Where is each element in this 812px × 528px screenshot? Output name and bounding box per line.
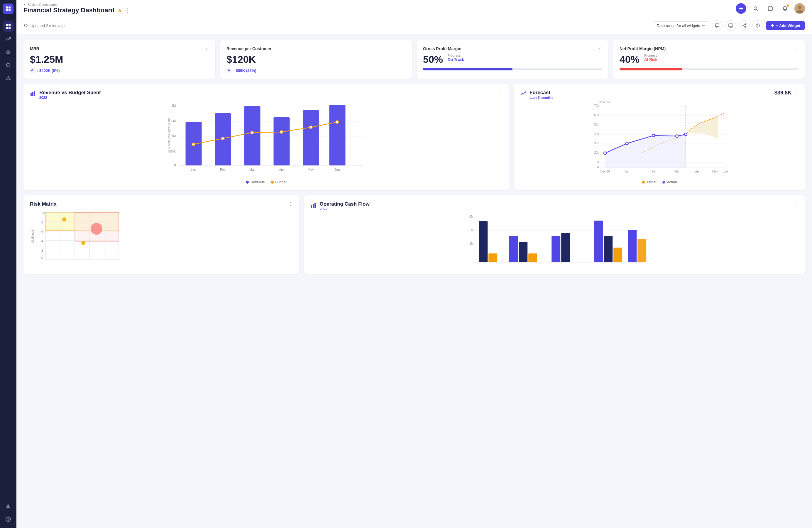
mrr-menu[interactable]: ⋮ <box>204 46 209 51</box>
date-range-button[interactable]: Date range for all widgets <box>653 21 709 30</box>
history-button[interactable] <box>752 20 763 31</box>
svg-point-61 <box>192 143 195 146</box>
forecast-chart-menu[interactable]: ⋮ <box>794 90 798 96</box>
revenue-legend-item: Revenue <box>246 180 265 184</box>
breadcrumb[interactable]: Back to Dashboards <box>24 3 130 6</box>
forecast-title-group: Forecast Last 6 months <box>520 90 553 100</box>
mrr-arrow-icon <box>30 68 34 73</box>
svg-rect-57 <box>244 106 261 165</box>
svg-text:Jun: Jun <box>723 170 727 173</box>
risk-matrix-svg: 10 8 6 4 2 0 <box>38 210 120 263</box>
svg-text:1.5M: 1.5M <box>467 229 474 232</box>
sidebar-item-profile[interactable] <box>3 501 14 512</box>
svg-text:0: 0 <box>41 256 43 260</box>
revenue-chart-title: Revenue vs Budget Spent <box>39 90 101 96</box>
svg-line-12 <box>8 77 10 79</box>
sidebar-item-trends[interactable] <box>3 34 14 45</box>
search-button[interactable] <box>750 3 761 14</box>
kpi-cards-row: MRR ⋮ $1.25M ↑ $400K (8%) Revenue per Cu… <box>24 40 805 78</box>
updated-label: Updated 2 mins ago <box>30 24 64 28</box>
comment-button[interactable] <box>712 20 723 31</box>
svg-text:Jan: Jan <box>625 170 629 173</box>
cash-flow-icon <box>310 202 317 208</box>
svg-text:2M: 2M <box>171 104 176 107</box>
forecast-chart-card: Forecast Last 6 months $39.8K ⋮ 70k 60k … <box>514 84 805 190</box>
gpm-progress-label: Progress <box>448 54 464 57</box>
npm-progress-bar <box>620 68 798 70</box>
avatar[interactable] <box>794 3 805 14</box>
budget-legend-label: Budget <box>275 180 287 184</box>
sidebar-logo[interactable] <box>3 3 14 14</box>
svg-point-14 <box>7 504 9 506</box>
svg-point-94 <box>676 135 678 137</box>
svg-text:30k: 30k <box>594 142 599 145</box>
sidebar-item-refresh[interactable] <box>3 60 14 70</box>
svg-rect-27 <box>729 24 733 27</box>
svg-point-26 <box>798 5 801 9</box>
rpc-menu[interactable]: ⋮ <box>401 46 405 51</box>
target-legend-item: Target <box>642 180 656 184</box>
svg-text:Jun: Jun <box>335 168 340 171</box>
gpm-menu[interactable]: ⋮ <box>597 46 602 51</box>
svg-rect-6 <box>6 27 8 29</box>
sidebar-item-network[interactable] <box>3 73 14 83</box>
bottom-row: Risk Matrix ⋮ Likelihood 10 8 6 4 2 0 <box>24 195 805 274</box>
revenue-chart-menu[interactable]: ⋮ <box>498 90 503 96</box>
present-button[interactable] <box>725 20 736 31</box>
cash-flow-title: Operating Cash Flow <box>320 201 369 207</box>
svg-text:Jan: Jan <box>191 168 196 171</box>
sidebar-item-help[interactable] <box>3 514 14 525</box>
forecast-chart-title: Forecast <box>530 90 553 96</box>
bar-chart-icon <box>30 90 37 97</box>
calendar-button[interactable] <box>765 3 775 14</box>
mrr-value: $1.25M <box>30 54 209 65</box>
gpm-value-row: 50% Progress On Track <box>423 54 602 65</box>
svg-rect-139 <box>479 221 488 262</box>
revenue-legend-dot <box>246 181 249 184</box>
svg-point-125 <box>62 217 66 221</box>
svg-text:2M: 2M <box>469 215 474 218</box>
svg-text:b: b <box>653 173 654 176</box>
header-left: Back to Dashboards Financial Strategy Da… <box>24 3 130 14</box>
npm-progress-label: Progress <box>644 54 657 57</box>
sidebar-item-dashboard[interactable] <box>3 21 14 32</box>
svg-text:60k: 60k <box>594 114 599 117</box>
svg-text:Revenue: Revenue <box>599 101 611 104</box>
revenue-bar-chart-svg: 2M 1.5M 1M 500K 0 Revenue/Budget Spend <box>30 101 503 177</box>
svg-text:Apr: Apr <box>695 170 700 173</box>
svg-text:0: 0 <box>174 163 176 166</box>
svg-rect-0 <box>6 6 8 9</box>
revenue-chart-legend: Revenue Budget <box>30 180 503 184</box>
sidebar-item-layers[interactable] <box>3 47 14 58</box>
rpc-value: $120K <box>227 54 405 65</box>
forecast-chart-header: Forecast Last 6 months $39.8K ⋮ <box>520 90 798 100</box>
svg-rect-129 <box>313 204 314 208</box>
sidebar <box>0 0 16 528</box>
npm-menu[interactable]: ⋮ <box>794 46 798 51</box>
header-right: 1 <box>736 3 805 14</box>
svg-point-66 <box>336 120 339 123</box>
svg-text:Apr: Apr <box>279 168 284 171</box>
share-button[interactable] <box>739 20 750 31</box>
add-button[interactable] <box>736 3 746 14</box>
svg-rect-140 <box>489 253 497 262</box>
risk-matrix-menu[interactable]: ⋮ <box>288 201 293 207</box>
svg-text:6: 6 <box>41 230 43 234</box>
gpm-progress-fill <box>423 68 512 70</box>
mrr-change: ↑ $400K (8%) <box>30 68 209 73</box>
main-area: Back to Dashboards Financial Strategy Da… <box>16 0 812 528</box>
svg-point-31 <box>742 25 743 26</box>
cash-flow-menu[interactable]: ⋮ <box>794 201 798 207</box>
svg-text:40k: 40k <box>594 132 599 135</box>
svg-rect-4 <box>6 24 8 26</box>
svg-text:Dec 20: Dec 20 <box>600 170 610 173</box>
svg-point-127 <box>91 223 102 235</box>
add-widget-button[interactable]: + Add Widget <box>766 21 805 30</box>
favorite-star[interactable]: ★ <box>118 8 122 13</box>
npm-value-row: 40% Progress At Risk <box>620 54 798 65</box>
kpi-card-rpc: Revenue per Customer ⋮ $120K ↑ $85K (25%… <box>220 40 412 78</box>
notification-button[interactable]: 1 <box>780 3 790 14</box>
options-icon[interactable]: ⋮ <box>125 7 130 14</box>
risk-matrix-card: Risk Matrix ⋮ Likelihood 10 8 6 4 2 0 <box>24 195 299 274</box>
svg-text:0: 0 <box>597 166 599 169</box>
